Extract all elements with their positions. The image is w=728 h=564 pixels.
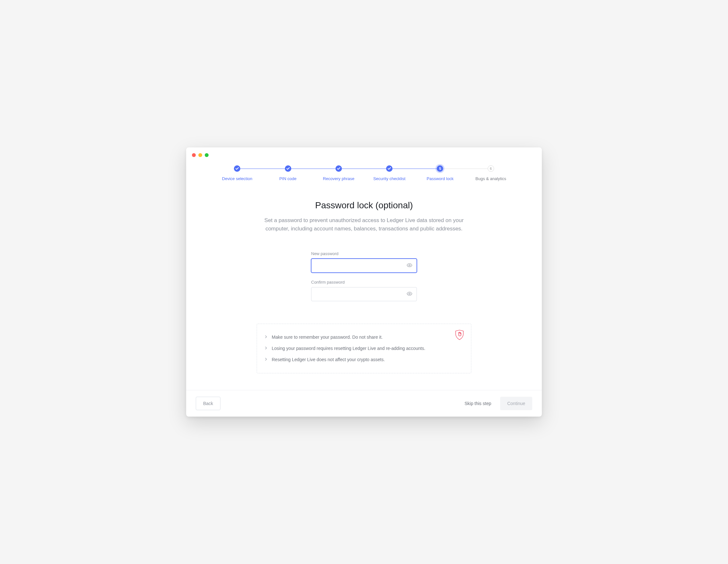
confirm-password-input[interactable] [311, 287, 417, 301]
stepper: Device selection PIN code Recovery phras… [186, 147, 542, 187]
window-controls [192, 153, 209, 157]
password-form: New password Confirm password [311, 251, 417, 308]
shield-hand-icon [455, 330, 464, 340]
step-security-checklist: Security checklist [364, 165, 415, 181]
toggle-password-visibility-button[interactable] [405, 261, 414, 270]
minimize-icon[interactable] [198, 153, 202, 157]
toggle-password-visibility-button[interactable] [405, 289, 414, 299]
step-device-selection: Device selection [212, 165, 262, 181]
new-password-field-group: New password [311, 251, 417, 273]
continue-button[interactable]: Continue [500, 397, 532, 410]
svg-point-0 [409, 264, 410, 266]
eye-icon [407, 291, 412, 297]
step-label: Security checklist [373, 176, 405, 181]
info-text: Resetting Ledger Live does not affect yo… [272, 356, 385, 363]
check-icon [285, 165, 291, 172]
new-password-input[interactable] [311, 259, 417, 273]
step-number-icon: 5 [437, 165, 443, 172]
page-subtitle: Set a password to prevent unauthorized a… [255, 216, 473, 233]
chevron-right-icon [265, 347, 267, 349]
skip-step-button[interactable]: Skip this step [465, 401, 491, 406]
info-item: Make sure to remember your password. Do … [265, 332, 449, 343]
step-label: Device selection [222, 176, 252, 181]
check-icon [234, 165, 240, 172]
info-box: Make sure to remember your password. Do … [257, 324, 471, 373]
check-icon [386, 165, 393, 172]
check-icon [335, 165, 342, 172]
info-item: Losing your password requires resetting … [265, 343, 449, 354]
step-number-icon: 6 [488, 165, 494, 172]
step-password-lock: 5 Password lock [415, 165, 465, 181]
confirm-password-field-group: Confirm password [311, 280, 417, 301]
step-recovery-phrase: Recovery phrase [313, 165, 364, 181]
info-list: Make sure to remember your password. Do … [265, 332, 449, 365]
chevron-right-icon [265, 336, 267, 338]
back-button[interactable]: Back [196, 397, 220, 410]
svg-point-1 [409, 293, 410, 294]
close-icon[interactable] [192, 153, 196, 157]
step-label: Bugs & analytics [476, 176, 506, 181]
step-pin-code: PIN code [262, 165, 313, 181]
step-label: Recovery phrase [323, 176, 354, 181]
new-password-label: New password [311, 251, 417, 256]
info-item: Resetting Ledger Live does not affect yo… [265, 354, 449, 365]
info-text: Losing your password requires resetting … [272, 345, 425, 352]
footer: Back Skip this step Continue [186, 390, 542, 417]
step-label: Password lock [427, 176, 454, 181]
page-title: Password lock (optional) [315, 200, 413, 211]
main-content: Password lock (optional) Set a password … [186, 187, 542, 390]
maximize-icon[interactable] [205, 153, 209, 157]
step-label: PIN code [279, 176, 296, 181]
confirm-password-label: Confirm password [311, 280, 417, 285]
info-text: Make sure to remember your password. Do … [272, 334, 383, 341]
step-bugs-analytics: 6 Bugs & analytics [466, 165, 516, 181]
app-window: Device selection PIN code Recovery phras… [186, 147, 542, 417]
chevron-right-icon [265, 358, 267, 361]
eye-icon [407, 262, 412, 269]
